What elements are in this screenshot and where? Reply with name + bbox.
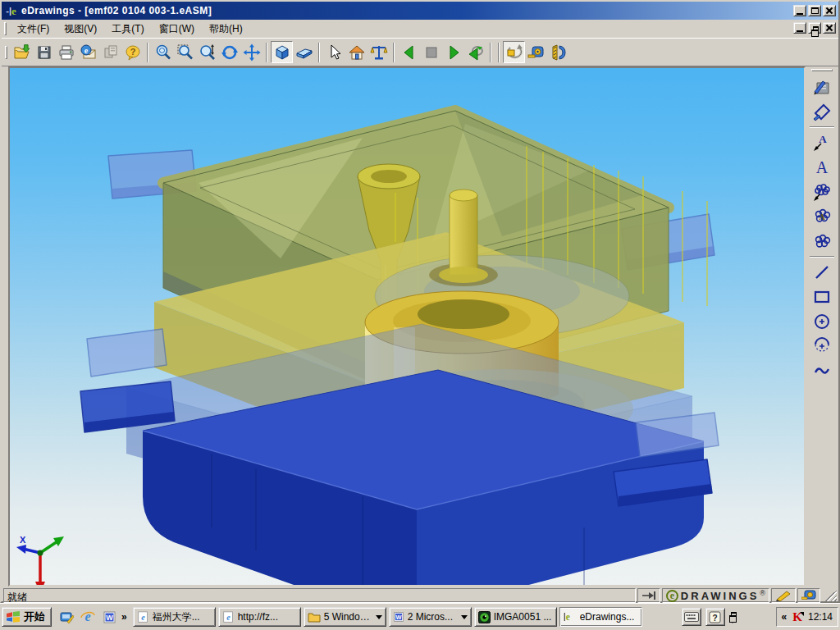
ime-keyboard-button[interactable]: [682, 608, 701, 626]
markup-dimension-button[interactable]: [810, 99, 834, 124]
task-edrawings[interactable]: e eDrawings...: [559, 607, 642, 627]
open-button[interactable]: [11, 41, 33, 63]
pan-button[interactable]: [240, 41, 262, 63]
quicklaunch-overflow-chevron[interactable]: »: [121, 611, 127, 623]
acdsee-eye-icon: [478, 611, 491, 623]
send-email-button[interactable]: e: [77, 41, 99, 63]
show-desktop-button[interactable]: [57, 608, 75, 626]
viewport-frame: X Z: [8, 66, 806, 587]
task-image-viewer[interactable]: IMGA0051 ...: [474, 607, 557, 627]
email-icon: e: [80, 43, 98, 62]
toolbar-separator: [147, 43, 148, 62]
help-button[interactable]: ?: [121, 41, 144, 63]
ie-quicklaunch-button[interactable]: e: [79, 608, 97, 626]
markup-cloud-leader-button[interactable]: [810, 180, 834, 204]
resize-grip[interactable]: [825, 590, 837, 601]
kaspersky-tray-icon[interactable]: K: [792, 611, 802, 623]
continuous-play-button[interactable]: [464, 41, 486, 63]
stop-button[interactable]: [420, 41, 442, 63]
zoom-area-button[interactable]: [174, 41, 196, 63]
mdi-restore-button[interactable]: [808, 22, 821, 34]
taskbar: 开始 e W » e 福州大: [0, 603, 840, 630]
printer-icon: [57, 43, 75, 62]
scale-balance-icon: [370, 43, 388, 62]
task-ie-fuzhou[interactable]: e 福州大学...: [133, 607, 216, 627]
publish-button[interactable]: [99, 41, 121, 63]
text-icon: A: [812, 158, 832, 177]
edrawings-brand: e DRAWINGS ®: [662, 588, 769, 603]
mdi-close-button[interactable]: [823, 22, 836, 34]
play-button[interactable]: [442, 41, 464, 63]
markup-circle-button[interactable]: [810, 309, 834, 334]
app-icon[interactable]: -|e: [4, 5, 18, 17]
task-explorer-group[interactable]: 5 Window...: [304, 607, 386, 627]
markup-text-button[interactable]: A: [810, 155, 834, 180]
tray-collapse-chevron[interactable]: «: [782, 611, 788, 623]
menu-help[interactable]: 帮助(H): [202, 20, 250, 39]
select-button[interactable]: [323, 41, 345, 63]
clamp-tab-mid-left[interactable]: [87, 329, 167, 377]
previous-button[interactable]: [398, 41, 420, 63]
markup-toolbar-grip[interactable]: [811, 69, 833, 71]
status-message: 就绪: [3, 588, 636, 603]
home-view-button[interactable]: [345, 41, 368, 63]
toolbar-grip[interactable]: [5, 46, 7, 59]
zoom-button[interactable]: [196, 41, 218, 63]
3d-model[interactable]: X Z: [10, 68, 803, 585]
status-markup-cell[interactable]: [771, 588, 796, 603]
ime-help-button[interactable]: ?: [705, 608, 725, 626]
3d-viewport[interactable]: X Z: [10, 68, 804, 585]
menu-view[interactable]: 视图(V): [57, 20, 104, 39]
title-bar[interactable]: -|e eDrawings - [emf02 0104 003-1.eASM]: [2, 2, 838, 20]
markup-rectangle-button[interactable]: [810, 285, 834, 309]
task-group-dropdown[interactable]: [376, 615, 382, 619]
edrawings-logo-glyph: e: [11, 6, 16, 16]
brand-e-icon: e: [666, 590, 678, 602]
maximize-button[interactable]: [808, 5, 821, 16]
task-ie-http[interactable]: e http://fz...: [218, 607, 301, 627]
menubar-grip[interactable]: [4, 22, 7, 35]
mdi-minimize-button[interactable]: [793, 22, 806, 34]
scale-1-1-button[interactable]: [368, 41, 390, 63]
svg-text:W: W: [395, 614, 401, 621]
task-word-group[interactable]: W 2 Micros...: [389, 607, 472, 627]
menu-file[interactable]: 文件(F): [10, 20, 57, 39]
circle-icon: [812, 312, 832, 331]
markup-text-leader-button[interactable]: A: [810, 130, 834, 155]
edrawings-window: -|e eDrawings - [emf02 0104 003-1.eASM] …: [0, 0, 840, 603]
close-button[interactable]: [823, 5, 836, 16]
markup-arc-button[interactable]: [810, 334, 834, 358]
markup-comment-button[interactable]: [810, 75, 834, 99]
markup-cloud-button[interactable]: [810, 229, 834, 253]
cross-section-button[interactable]: [547, 41, 569, 63]
minimize-button[interactable]: [793, 5, 806, 16]
svg-text:?: ?: [713, 613, 718, 622]
arrow-bar-icon: [641, 591, 656, 600]
save-floppy-icon: [35, 43, 53, 62]
continuous-play-icon: [467, 43, 485, 62]
sidebar-separator: [810, 126, 834, 128]
save-button[interactable]: [33, 41, 55, 63]
orientation-triad: X Z: [16, 535, 64, 585]
task-group-dropdown[interactable]: [461, 615, 468, 619]
print-button[interactable]: [55, 41, 77, 63]
start-button[interactable]: 开始: [2, 607, 52, 627]
wireframe-view-button[interactable]: [293, 41, 315, 63]
language-bar-options[interactable]: [729, 610, 737, 623]
markup-cloud-text-button[interactable]: A: [810, 204, 834, 229]
show-desktop-icon: [60, 610, 74, 624]
markup-spline-button[interactable]: [810, 358, 834, 383]
word-quicklaunch-button[interactable]: W: [100, 608, 118, 626]
shaded-view-button[interactable]: [271, 41, 293, 63]
rotate-button[interactable]: [218, 41, 240, 63]
menu-tools[interactable]: 工具(T): [104, 20, 151, 39]
measure-button[interactable]: [525, 41, 547, 63]
markup-line-button[interactable]: [810, 260, 834, 285]
status-measure-cell[interactable]: [797, 588, 820, 603]
menu-window[interactable]: 窗口(W): [152, 20, 202, 39]
sidebar-separator: [810, 256, 834, 258]
zoom-fit-button[interactable]: [152, 41, 174, 63]
move-component-button[interactable]: [503, 41, 525, 63]
move-component-icon: [505, 43, 523, 62]
start-label: 开始: [24, 609, 45, 624]
